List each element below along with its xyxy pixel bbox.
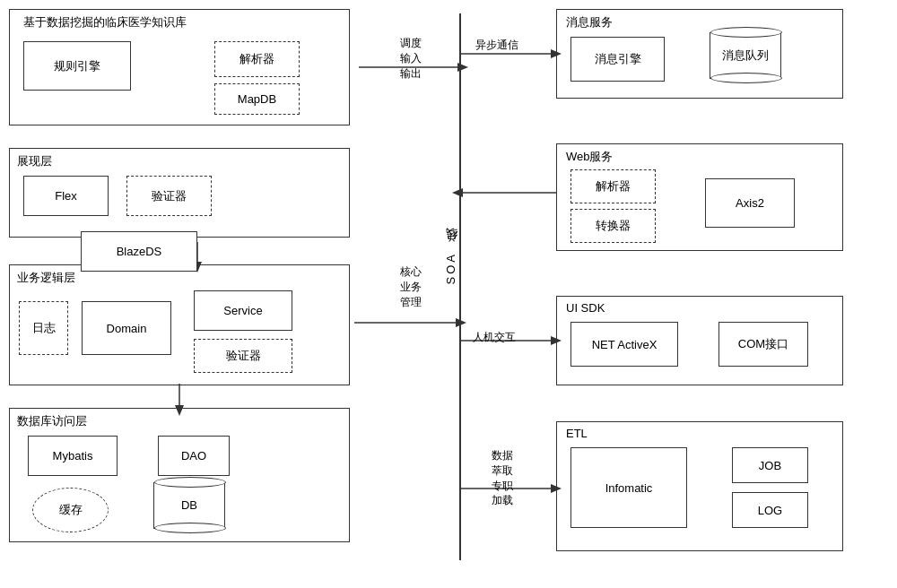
parser-label-kb: 解析器 [239,51,274,67]
msg-engine-box: 消息引擎 [570,37,665,82]
db-title: 数据库访问层 [17,413,87,429]
parser-web-label: 解析器 [596,178,631,195]
service-box: Service [194,290,292,331]
converter-label: 转换器 [596,218,631,234]
async-label: 异步通信 [475,38,518,53]
mybatis-label: Mybatis [53,449,93,463]
web-title: Web服务 [566,149,614,165]
core-label: 核心 业务 管理 [375,264,447,309]
db-label: DB [181,498,197,512]
etl-box: ETL Infomatic JOB LOG [556,421,843,551]
mybatis-box: Mybatis [28,436,118,476]
domain-label: Domain [107,322,147,335]
mapdb-label: MapDB [238,92,276,106]
blazeds-label: BlazeDS [117,245,162,258]
validator-biz-label: 验证器 [226,348,261,364]
mapdb-box: MapDB [214,83,300,115]
cache-label: 缓存 [59,502,83,518]
pres-box: 展现层 Flex 验证器 [9,148,350,238]
msg-title: 消息服务 [566,14,613,30]
validator-pres-box: 验证器 [126,176,212,216]
parser-web-box: 解析器 [570,169,656,203]
job-box: JOB [732,447,808,483]
rule-engine-label: 规则引擎 [54,58,100,74]
web-box: Web服务 解析器 转换器 Axis2 [556,143,843,251]
service-label: Service [223,304,262,317]
kb-box: 基于数据挖掘的临床医学知识库 规则引擎 解析器 MapDB [9,9,350,125]
etl-title: ETL [566,427,588,440]
svg-marker-14 [456,318,466,327]
msg-queue-label: 消息队列 [722,48,769,64]
blazeds-box: BlazeDS [81,231,197,272]
cache-oval: 缓存 [32,488,109,532]
svg-marker-2 [457,63,468,72]
job-label: JOB [759,459,781,472]
dao-label: DAO [181,449,206,463]
log-box: 日志 [19,301,68,355]
domain-box: Domain [82,301,171,355]
axis2-box: Axis2 [705,178,795,228]
db-box: 数据库访问层 Mybatis DAO 缓存 DB [9,408,350,542]
ui-title: UI SDK [566,301,605,315]
biz-box: 业务逻辑层 日志 Domain Service 验证器 [9,264,350,385]
validator-biz-box: 验证器 [194,339,292,373]
biz-title: 业务逻辑层 [17,270,75,286]
infomatic-box: Infomatic [570,447,687,528]
diagram-container: 基于数据挖掘的临床医学知识库 规则引擎 解析器 MapDB 调度 输入 输出 展… [0,0,897,588]
infomatic-label: Infomatic [605,481,653,495]
ui-box: UI SDK NET ActiveX COM接口 [556,296,843,385]
axis2-label: Axis2 [736,196,764,210]
msg-box: 消息服务 消息引擎 消息队列 [556,9,843,99]
flex-label: Flex [55,189,77,203]
log-etl-box: LOG [732,492,808,528]
com-box: COM接口 [718,322,808,367]
com-label: COM接口 [738,336,788,352]
pres-title: 展现层 [17,153,52,169]
rule-engine-box: 规则引擎 [23,41,131,91]
net-activex-label: NET ActiveX [592,338,658,351]
parser-box-kb: 解析器 [214,41,300,77]
validator-pres-label: 验证器 [152,188,187,204]
log-label: 日志 [32,320,56,336]
dao-box: DAO [158,436,230,476]
converter-box: 转换器 [570,209,656,243]
kb-title: 基于数据挖掘的临床医学知识库 [23,14,187,30]
net-activex-box: NET ActiveX [570,322,678,367]
flex-box: Flex [23,176,109,216]
soa-label: SOA总线 [443,246,459,284]
hci-label: 人机交互 [473,330,516,345]
svg-marker-6 [452,188,463,197]
db-cylinder: DB [153,482,225,529]
dispatch-label: 调度 输入 输出 [375,36,447,81]
msg-engine-label: 消息引擎 [595,51,641,67]
log-etl-label: LOG [758,504,782,517]
msg-queue-cylinder: 消息队列 [710,32,781,79]
data-extract-label: 数据 萃取 专职 加载 [466,448,538,508]
